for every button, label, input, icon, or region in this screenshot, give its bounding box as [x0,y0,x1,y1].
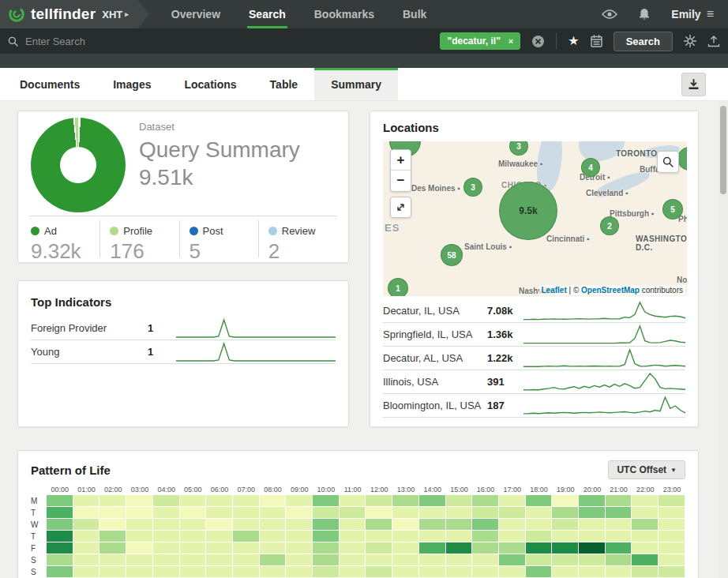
heatmap-cell[interactable] [180,531,206,542]
heatmap-cell[interactable] [446,495,472,506]
heatmap-cell[interactable] [47,554,73,565]
heatmap-cell[interactable] [632,519,658,530]
heatmap-cell[interactable] [526,531,552,542]
heatmap-cell[interactable] [392,554,418,565]
heatmap-cell[interactable] [47,519,73,530]
heatmap-cell[interactable] [659,519,685,530]
zoom-in-button[interactable]: + [391,150,411,171]
remove-term-icon[interactable]: × [508,36,513,46]
heatmap-cell[interactable] [366,495,392,506]
heatmap-cell[interactable] [153,495,179,506]
heatmap-cell[interactable] [340,554,366,565]
nav-item-overview[interactable]: Overview [157,0,235,28]
heatmap-cell[interactable] [206,507,232,518]
heatmap-cell[interactable] [419,554,445,565]
dataset-donut-chart[interactable] [31,118,126,212]
heatmap-cell[interactable] [47,566,73,577]
osm-link[interactable]: OpenStreetMap [581,286,640,295]
heatmap-cell[interactable] [313,495,339,506]
heatmap-cell[interactable] [180,554,206,565]
heatmap-cell[interactable] [180,507,206,518]
heatmap-cell[interactable] [606,531,632,542]
heatmap-cell[interactable] [286,566,312,577]
heatmap-cell[interactable] [366,542,392,554]
heatmap-cell[interactable] [99,566,126,577]
heatmap-cell[interactable] [579,566,605,577]
heatmap-cell[interactable] [632,554,658,565]
heatmap-cell[interactable] [260,507,286,518]
heatmap-cell[interactable] [366,507,392,518]
heatmap-cell[interactable] [340,519,366,530]
heatmap-cell[interactable] [206,519,232,530]
map-cluster-bubble[interactable]: 3 [509,141,528,156]
heatmap-cell[interactable] [499,566,525,577]
heatmap-cell[interactable] [632,542,658,554]
map-cluster-bubble[interactable]: 3 [463,178,482,197]
heatmap-cell[interactable] [419,495,445,506]
heatmap-cell[interactable] [286,542,312,554]
heatmap-cell[interactable] [472,507,498,518]
heatmap-cell[interactable] [526,542,552,554]
heatmap-cell[interactable] [47,542,73,554]
location-row[interactable]: Springfield, IL, USA1.36k [383,323,685,347]
heatmap-cell[interactable] [579,554,605,565]
user-menu[interactable]: Emily ≡ [671,7,714,21]
bell-icon[interactable] [638,8,651,21]
heatmap-cell[interactable] [606,519,632,530]
heatmap-cell[interactable] [419,542,445,554]
heatmap-cell[interactable] [552,531,578,542]
heatmap-cell[interactable] [366,519,392,530]
utc-offset-dropdown[interactable]: UTC Offset ▼ [608,460,685,479]
heatmap-cell[interactable] [99,554,126,565]
heatmap-cell[interactable] [446,507,472,518]
heatmap-cell[interactable] [659,531,685,542]
heatmap-cell[interactable] [153,519,179,530]
heatmap-cell[interactable] [126,566,152,577]
heatmap-cell[interactable] [73,566,99,577]
heatmap-cell[interactable] [606,495,632,506]
heatmap-cell[interactable] [552,554,578,565]
heatmap-cell[interactable] [73,542,99,554]
heatmap-cell[interactable] [526,566,552,577]
heatmap-cell[interactable] [233,542,259,554]
heatmap-cell[interactable] [260,531,286,542]
heatmap-cell[interactable] [126,554,152,565]
heatmap-cell[interactable] [47,507,73,518]
heatmap-cell[interactable] [233,554,259,565]
heatmap-cell[interactable] [99,531,126,542]
heatmap-cell[interactable] [552,519,578,530]
heatmap-cell[interactable] [286,531,312,542]
heatmap-cell[interactable] [499,519,525,530]
heatmap-cell[interactable] [419,531,445,542]
heatmap-cell[interactable] [126,519,152,530]
heatmap-cell[interactable] [419,519,445,530]
heatmap-cell[interactable] [153,507,179,518]
indicator-row[interactable]: Foreign Provider1 [31,317,336,340]
map-cluster-bubble[interactable]: 5 [662,199,683,220]
heatmap-cell[interactable] [340,531,366,542]
heatmap-cell[interactable] [206,554,232,565]
clear-all-icon[interactable] [531,35,545,48]
heatmap-cell[interactable] [499,507,525,518]
heatmap-cell[interactable] [180,495,206,506]
heatmap-cell[interactable] [579,531,605,542]
heatmap-cell[interactable] [419,566,445,577]
nav-item-bulk[interactable]: Bulk [388,0,441,28]
heatmap-cell[interactable] [472,519,498,530]
indicator-row[interactable]: Young1 [31,340,336,364]
map-fullscreen-button[interactable] [390,197,411,218]
heatmap-cell[interactable] [606,507,632,518]
heatmap-cell[interactable] [260,566,286,577]
map-cluster-bubble[interactable]: 9.5k [499,182,557,240]
brand-block[interactable]: tellfinder XHT ▸ [0,0,149,28]
heatmap-cell[interactable] [579,507,605,518]
heatmap-cell[interactable] [47,531,73,542]
heatmap-cell[interactable] [153,531,179,542]
heatmap-cell[interactable] [126,542,152,554]
location-row[interactable]: Bloomington, IL, USA187 [383,394,685,418]
heatmap-cell[interactable] [392,507,418,518]
heatmap-cell[interactable] [313,519,339,530]
heatmap-cell[interactable] [73,495,99,506]
heatmap-cell[interactable] [180,566,206,577]
heatmap-cell[interactable] [392,495,418,506]
